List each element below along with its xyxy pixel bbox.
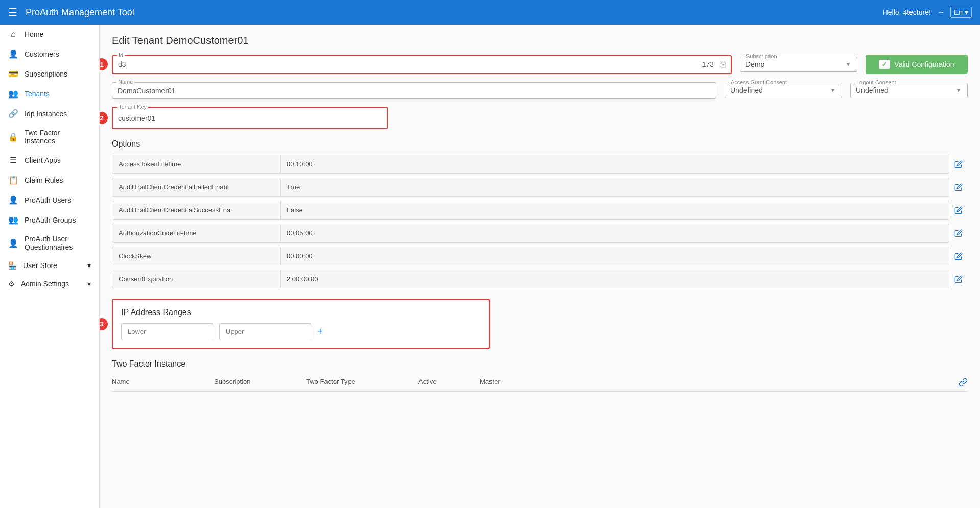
option-edit-0[interactable]	[949, 160, 968, 168]
lang-label: En	[954, 8, 963, 16]
sidebar-item-tenants[interactable]: 👥 Tenants	[0, 84, 99, 104]
logout-consent-select[interactable]: Undefined	[856, 86, 962, 94]
option-val-2: False	[281, 201, 949, 220]
user-store-expand-icon: ▾	[87, 261, 91, 270]
tenants-icon: 👥	[8, 89, 18, 99]
proauth-users-icon: 👤	[8, 195, 18, 205]
sidebar-label-two-factor: Two Factor Instances	[25, 129, 91, 145]
main-content: Edit Tenant DemoCustomer01 1 Id d3 173 ⎘…	[100, 25, 980, 508]
claim-rules-icon: 📋	[8, 175, 18, 185]
option-key-0: AccessTokenLifetime	[112, 155, 281, 174]
access-grant-label: Access Grant Consent	[729, 79, 788, 85]
proauth-questionnaires-icon: 👤	[8, 238, 18, 248]
subscription-select[interactable]: Demo	[745, 60, 852, 68]
page-title: Edit Tenant DemoCustomer01	[112, 35, 968, 46]
name-label: Name	[116, 79, 134, 85]
two-factor-icon: 🔒	[8, 132, 18, 142]
sidebar-item-claim-rules[interactable]: 📋 Claim Rules	[0, 170, 99, 190]
topbar-right: Hello, 4tecture! → En ▾	[883, 7, 972, 18]
access-grant-select[interactable]: Undefined	[730, 86, 836, 94]
name-input[interactable]	[118, 86, 711, 95]
home-icon: ⌂	[8, 30, 18, 39]
sidebar-item-proauth-groups[interactable]: 👥 ProAuth Groups	[0, 210, 99, 230]
options-section: Options AccessTokenLifetime 00:10:00 Aud…	[112, 139, 968, 288]
ip-add-button[interactable]: +	[317, 326, 323, 337]
access-grant-field: Access Grant Consent Undefined ▾	[725, 83, 842, 98]
option-edit-5[interactable]	[949, 275, 968, 283]
ip-upper-input[interactable]	[219, 323, 311, 340]
menu-icon[interactable]: ☰	[8, 6, 17, 18]
sidebar-item-proauth-users[interactable]: 👤 ProAuth Users	[0, 190, 99, 210]
tf-col-type: Two Factor Type	[306, 378, 418, 387]
sidebar-label-client-apps: Client Apps	[25, 156, 61, 164]
idp-icon: 🔗	[8, 109, 18, 118]
option-val-5: 2.00:00:00	[281, 270, 949, 288]
app-title: ProAuth Management Tool	[26, 7, 134, 18]
ip-inputs-row: +	[121, 323, 481, 340]
option-val-4: 00:00:00	[281, 247, 949, 265]
tf-col-subscription: Subscription	[214, 378, 306, 387]
sidebar-item-home[interactable]: ⌂ Home	[0, 25, 99, 44]
logout-icon[interactable]: →	[937, 8, 944, 16]
sidebar-group-user-store[interactable]: 🏪 User Store ▾	[0, 256, 99, 275]
badge-2: 2	[100, 112, 108, 124]
access-grant-select-wrapper: Undefined ▾	[730, 86, 836, 94]
tenant-key-field: Tenant Key	[112, 107, 388, 129]
options-title: Options	[112, 139, 968, 149]
sidebar-group-admin-settings[interactable]: ⚙ Admin Settings ▾	[0, 275, 99, 293]
option-row-1: AuditTrailClientCredentialFailedEnabl Tr…	[112, 178, 968, 197]
sidebar-label-admin-settings: Admin Settings	[21, 280, 69, 288]
topbar-left: ☰ ProAuth Management Tool	[8, 6, 134, 18]
sidebar-item-proauth-questionnaires[interactable]: 👤 ProAuth User Questionnaires	[0, 230, 99, 256]
form-row-1: 1 Id d3 173 ⎘ Subscription Demo ▾	[112, 55, 968, 74]
client-apps-icon: ☰	[8, 155, 18, 165]
ip-lower-input[interactable]	[121, 323, 213, 340]
sidebar-item-client-apps[interactable]: ☰ Client Apps	[0, 150, 99, 170]
option-key-5: ConsentExpiration	[112, 270, 281, 288]
option-edit-2[interactable]	[949, 206, 968, 214]
sidebar-label-proauth-groups: ProAuth Groups	[25, 216, 76, 224]
two-factor-section: Two Factor Instance Name Subscription Tw…	[112, 359, 968, 392]
subscription-field: Subscription Demo ▾	[740, 57, 857, 72]
logout-consent-select-wrapper: Undefined ▾	[856, 86, 962, 94]
id-value-suffix: 173	[702, 60, 714, 68]
sidebar-label-subscriptions: Subscriptions	[25, 70, 67, 78]
ip-section-wrapper: 3 IP Address Ranges +	[112, 299, 495, 349]
name-field: Name	[112, 82, 716, 99]
tf-col-master: Master	[480, 378, 947, 387]
valid-config-button[interactable]: ✓ Valid Configuration	[866, 55, 968, 74]
option-edit-4[interactable]	[949, 252, 968, 260]
option-key-4: ClockSkew	[112, 247, 281, 265]
sidebar-item-subscriptions[interactable]: 💳 Subscriptions	[0, 64, 99, 84]
sidebar-label-home: Home	[25, 30, 43, 38]
option-row-0: AccessTokenLifetime 00:10:00	[112, 155, 968, 174]
subscriptions-icon: 💳	[8, 69, 18, 79]
option-row-5: ConsentExpiration 2.00:00:00	[112, 270, 968, 288]
valid-config-check-icon: ✓	[879, 60, 890, 69]
form-row-2: Name Access Grant Consent Undefined ▾ Lo…	[112, 82, 968, 99]
ip-section-title: IP Address Ranges	[121, 308, 481, 317]
option-key-1: AuditTrailClientCredentialFailedEnabl	[112, 178, 281, 197]
user-store-icon: 🏪	[8, 261, 17, 270]
customers-icon: 👤	[8, 49, 18, 59]
options-table: AccessTokenLifetime 00:10:00 AuditTrailC…	[112, 155, 968, 288]
ip-address-ranges-section: IP Address Ranges +	[112, 299, 490, 349]
option-edit-3[interactable]	[949, 229, 968, 237]
option-key-2: AuditTrailClientCredentialSuccessEna	[112, 201, 281, 220]
sidebar-item-idp-instances[interactable]: 🔗 Idp Instances	[0, 104, 99, 124]
option-row-4: ClockSkew 00:00:00	[112, 247, 968, 265]
sidebar-label-tenants: Tenants	[25, 90, 50, 98]
sidebar-item-customers[interactable]: 👤 Customers	[0, 44, 99, 64]
greeting-text: Hello, 4tecture!	[883, 8, 931, 16]
sidebar-item-two-factor[interactable]: 🔒 Two Factor Instances	[0, 124, 99, 150]
proauth-groups-icon: 👥	[8, 215, 18, 225]
tf-col-action[interactable]	[947, 378, 968, 387]
id-field: Id d3 173 ⎘	[112, 55, 732, 74]
language-selector[interactable]: En ▾	[950, 7, 972, 18]
option-row-3: AuthorizationCodeLifetime 00:05:00	[112, 224, 968, 243]
tf-col-active: Active	[418, 378, 480, 387]
tenant-key-input[interactable]	[118, 111, 382, 125]
layout: ⌂ Home 👤 Customers 💳 Subscriptions 👥 Ten…	[0, 25, 980, 508]
copy-icon[interactable]: ⎘	[720, 59, 726, 70]
option-edit-1[interactable]	[949, 183, 968, 191]
